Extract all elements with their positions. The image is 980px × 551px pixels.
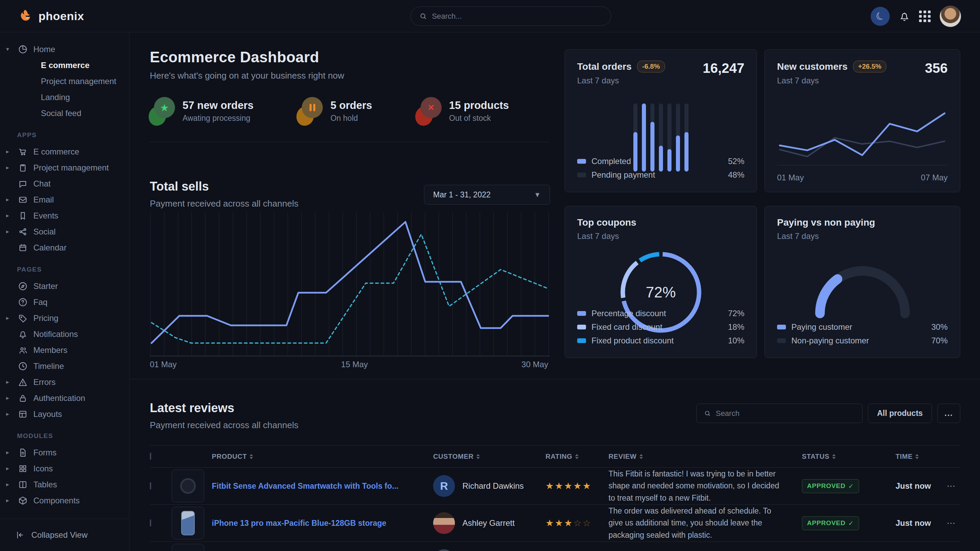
legend-row: Fixed product discount 10% xyxy=(577,334,745,348)
sort-icon[interactable] xyxy=(476,454,480,459)
sidebar-item-tables[interactable]: ▸ Tables xyxy=(0,476,129,492)
card-subtitle: Last 7 days xyxy=(577,76,665,86)
phoenix-logo[interactable]: phoenix xyxy=(19,8,84,24)
sidebar-item-social[interactable]: ▸ Social xyxy=(0,224,129,240)
sort-icon[interactable] xyxy=(640,454,643,459)
sidebar-item-timeline[interactable]: Timeline xyxy=(0,358,129,374)
all-products-button[interactable]: All products xyxy=(868,403,932,423)
sidebar-item-components[interactable]: ▸ Components xyxy=(0,492,129,508)
column-header-customer[interactable]: CUSTOMER xyxy=(433,453,546,460)
row-checkbox[interactable] xyxy=(150,482,151,489)
row-menu-button[interactable]: ⋯ xyxy=(947,518,960,529)
reviews-search-input[interactable] xyxy=(716,409,855,418)
box-icon xyxy=(18,495,28,506)
search-icon xyxy=(420,12,427,21)
stat-item: ★ 57 new orders Awating processing xyxy=(150,96,253,125)
row-menu-button[interactable]: ⋯ xyxy=(947,481,960,491)
sidebar-item-project-management[interactable]: ▸ Project management xyxy=(0,160,129,176)
sidebar-item-label: Chat xyxy=(33,179,51,189)
sidebar-item-faq[interactable]: Faq xyxy=(0,294,129,310)
legend-row: Pending payment 48% xyxy=(577,168,745,182)
sort-icon[interactable] xyxy=(915,454,919,459)
stat-value: 57 new orders xyxy=(183,99,253,112)
sidebar-item-notifications[interactable]: Notifications xyxy=(0,326,129,342)
caret-right-icon: ▸ xyxy=(6,148,12,155)
warning-icon xyxy=(18,377,28,387)
users-icon xyxy=(18,345,28,355)
product-thumbnail xyxy=(172,470,204,502)
sidebar-item-e-commerce[interactable]: ▸ E commerce xyxy=(0,144,129,160)
date-range-value: Mar 1 - 31, 2022 xyxy=(433,190,491,199)
table-row[interactable]: iPhone 13 pro max-Pacific Blue-128GB sto… xyxy=(150,505,960,542)
sidebar-item-icons[interactable]: ▸ Icons xyxy=(0,460,129,476)
review-text: This Fitbit is fantastic! I was trying t… xyxy=(608,468,802,504)
dark-mode-toggle[interactable]: ☾ xyxy=(871,7,890,26)
global-search[interactable] xyxy=(410,6,611,26)
sort-icon[interactable] xyxy=(832,454,835,459)
table-row-partial[interactable] xyxy=(150,542,960,551)
sidebar-item-label: Starter xyxy=(33,281,58,291)
reviews-more-button[interactable]: ... xyxy=(937,403,960,423)
sidebar-subitem-project-management[interactable]: Project management xyxy=(0,73,129,89)
column-header-review[interactable]: REVIEW xyxy=(608,453,802,460)
sidebar-section-label: PAGES xyxy=(0,266,129,273)
collapsed-view-button[interactable]: Collapsed View xyxy=(0,519,129,551)
legend-row: Paying customer 30% xyxy=(777,320,948,334)
customer-name: Richard Dawkins xyxy=(462,481,524,491)
stat-value: 5 orders xyxy=(330,99,372,112)
clipboard-icon xyxy=(18,163,28,173)
legend-value: 30% xyxy=(931,322,948,332)
select-all-checkbox[interactable] xyxy=(150,453,151,460)
legend-row: Non-paying customer 70% xyxy=(777,334,948,348)
column-header-time[interactable]: TIME xyxy=(896,453,947,460)
total-sells-subtitle: Payment received across all channels xyxy=(150,198,298,209)
tag-icon xyxy=(18,313,28,323)
reviews-search[interactable] xyxy=(696,403,862,423)
sidebar-item-authentication[interactable]: ▸ Authentication xyxy=(0,390,129,406)
sort-icon[interactable] xyxy=(250,454,253,459)
notifications-button[interactable] xyxy=(899,11,910,22)
product-thumbnail xyxy=(172,507,204,540)
table-header-row: PRODUCT CUSTOMER RATING REVIEW STATUS TI… xyxy=(150,445,960,468)
column-header-rating[interactable]: RATING xyxy=(546,453,608,460)
status-badge: APPROVED ✓ xyxy=(802,479,859,493)
table-row[interactable]: Fitbit Sense Advanced Smartwatch with To… xyxy=(150,468,960,505)
total-sells-title: Total sells xyxy=(150,179,209,194)
sidebar-item-chat[interactable]: Chat xyxy=(0,176,129,192)
sidebar-subitem-e-commerce[interactable]: E commerce xyxy=(0,57,129,73)
sort-icon[interactable] xyxy=(575,454,579,459)
sidebar-subitem-landing[interactable]: Landing xyxy=(0,89,129,105)
user-avatar[interactable] xyxy=(939,5,961,27)
product-link[interactable]: iPhone 13 pro max-Pacific Blue-128GB sto… xyxy=(212,518,433,529)
layout-icon xyxy=(18,409,28,419)
row-checkbox[interactable] xyxy=(150,519,151,527)
sidebar-item-email[interactable]: ▸ Email xyxy=(0,192,129,208)
status-badge: APPROVED ✓ xyxy=(802,516,859,530)
legend-value: 70% xyxy=(931,336,948,345)
product-link[interactable]: Fitbit Sense Advanced Smartwatch with To… xyxy=(212,481,433,491)
sidebar-item-pricing[interactable]: ▸ Pricing xyxy=(0,310,129,326)
legend-label: Fixed product discount xyxy=(592,336,673,345)
sidebar-item-layouts[interactable]: ▸ Layouts xyxy=(0,406,129,422)
sidebar-subitem-social-feed[interactable]: Social feed xyxy=(0,105,129,121)
date-range-select[interactable]: Mar 1 - 31, 2022 ▼ xyxy=(424,185,550,205)
sidebar-section-label: MODULES xyxy=(0,432,129,440)
sidebar-item-starter[interactable]: Starter xyxy=(0,278,129,294)
pie-icon xyxy=(18,44,28,54)
sidebar-item-events[interactable]: ▸ Events xyxy=(0,208,129,224)
column-header-status[interactable]: STATUS xyxy=(802,453,896,460)
column-header-product[interactable]: PRODUCT xyxy=(212,453,433,460)
rating-stars: ★★★★★ xyxy=(546,481,608,491)
legend-row: Percentage discount 72% xyxy=(577,306,745,320)
compass-icon xyxy=(18,281,28,291)
sidebar-item-label: Layouts xyxy=(33,410,62,419)
sidebar-item-home[interactable]: ▾ Home xyxy=(0,41,129,57)
caret-right-icon: ▸ xyxy=(6,378,12,386)
apps-grid-button[interactable] xyxy=(919,11,931,22)
global-search-input[interactable] xyxy=(432,12,602,21)
sidebar-item-errors[interactable]: ▸ Errors xyxy=(0,374,129,390)
sidebar-item-members[interactable]: Members xyxy=(0,342,129,358)
sidebar-item-forms[interactable]: ▸ Forms xyxy=(0,445,129,460)
sidebar-item-calendar[interactable]: Calendar xyxy=(0,240,129,256)
sidebar-item-label: Project management xyxy=(33,163,109,173)
